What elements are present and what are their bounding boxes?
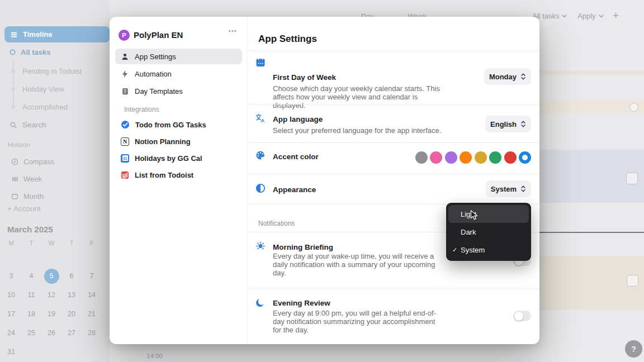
apply-dropdown[interactable]: Apply	[577, 12, 604, 20]
nav-item-automation[interactable]: Automation	[115, 66, 242, 82]
calendar-day[interactable]	[41, 344, 61, 360]
integration-item-gg-tasks[interactable]: Todo from GG Tasks	[115, 117, 242, 132]
sidebar-item-timeline[interactable]: Timeline	[4, 26, 110, 42]
calendar-day[interactable]: 27	[61, 325, 82, 341]
sidebar-item-compass[interactable]: Compass	[11, 158, 54, 166]
mini-calendar-week-row: 24 25 26 27 28	[1, 325, 102, 341]
calendar-day[interactable]: 26	[41, 325, 61, 341]
menu-item-label: Dark	[461, 228, 476, 236]
calendar-day[interactable]: 7	[82, 268, 102, 284]
setting-title-first-day: First Day of Week	[273, 73, 336, 82]
calendar-day[interactable]: 11	[21, 287, 41, 303]
setting-title-appearance: Appearance	[273, 185, 316, 194]
accent-swatch-green[interactable]	[489, 151, 501, 164]
mini-calendar-week-row: 31	[1, 344, 102, 360]
menu-item-dark[interactable]: Dark	[448, 223, 529, 241]
day-header: W	[41, 239, 61, 247]
mini-calendar-week-row: 10 11 12 13 14	[1, 287, 102, 303]
calendar-day[interactable]: 3	[1, 268, 21, 284]
divider	[248, 142, 539, 143]
calendar-day-selected[interactable]: 5	[41, 268, 61, 284]
calendar-day[interactable]	[82, 344, 102, 360]
accent-swatch-orange[interactable]	[460, 151, 472, 164]
sidebar-item-pending[interactable]: Pending in Todoist	[22, 67, 82, 75]
sidebar: Timeline All tasks Pending in Todoist Ho…	[0, 0, 110, 362]
day-header: F	[82, 239, 102, 247]
sidebar-item-label: Pending in Todoist	[22, 67, 82, 75]
integration-label: List from Todoist	[135, 171, 193, 179]
nav-item-app-settings[interactable]: App Settings	[115, 49, 242, 64]
accent-swatch-gray[interactable]	[415, 151, 428, 164]
accent-swatch-purple[interactable]	[445, 151, 457, 164]
mouse-cursor	[470, 210, 480, 221]
tree-connector	[13, 59, 14, 107]
task-checkbox[interactable]	[627, 275, 638, 287]
calendar-day[interactable]: 21	[82, 306, 102, 322]
nav-item-label: Automation	[135, 70, 172, 78]
calendar-day[interactable]: 4	[21, 268, 41, 284]
integration-label: Todo from GG Tasks	[135, 121, 206, 129]
sidebar-item-month[interactable]: Month	[11, 192, 44, 201]
nav-item-day-templates[interactable]: Day Templates	[115, 83, 242, 99]
accent-swatch-red[interactable]	[504, 151, 517, 164]
moon-icon	[255, 298, 266, 308]
calendar-day[interactable]: 24	[1, 325, 21, 341]
tree-node-dot	[11, 105, 15, 109]
calendar-day[interactable]	[61, 344, 82, 360]
settings-modal-sidebar: P PolyPlan EN ••• App Settings Automatio…	[110, 17, 248, 344]
checkmark-icon: ✓	[448, 246, 461, 254]
toggle-knob	[514, 312, 523, 321]
evening-review-toggle[interactable]	[513, 311, 531, 321]
calendar-day[interactable]: 10	[1, 287, 21, 303]
divider	[248, 289, 539, 289]
sidebar-item-search[interactable]: Search	[10, 121, 46, 129]
settings-modal-content: App Settings First Day of Week Choose wh…	[248, 17, 539, 344]
sidebar-item-week[interactable]: Week	[11, 175, 42, 183]
sidebar-item-accomplished[interactable]: Accomplished	[22, 103, 68, 111]
task-checkbox[interactable]	[626, 173, 638, 184]
calendar-day[interactable]: 20	[61, 306, 82, 322]
settings-modal: P PolyPlan EN ••• App Settings Automatio…	[110, 17, 539, 344]
menu-item-system[interactable]: ✓ System	[448, 241, 529, 259]
sunrise-icon	[255, 241, 266, 251]
first-day-select[interactable]: Monday	[484, 68, 531, 85]
more-options-icon[interactable]: •••	[229, 28, 237, 34]
select-value: Monday	[489, 73, 517, 81]
integration-item-todoist[interactable]: List from Todoist	[115, 168, 242, 182]
integration-item-gg-cal[interactable]: 31 Holidays by GG Cal	[115, 151, 242, 165]
setting-title-accent: Accent color	[273, 153, 319, 161]
calendar-day[interactable]: 18	[21, 306, 41, 322]
calendar-day[interactable]: 6	[61, 268, 82, 284]
question-icon: ?	[631, 345, 636, 354]
calendar-day[interactable]: 31	[1, 344, 21, 360]
week-columns-icon	[11, 175, 18, 183]
mini-calendar-week-row: 3 4 5 6 7	[1, 268, 102, 284]
calendar-day[interactable]: 12	[41, 287, 61, 303]
calendar-day[interactable]: 14	[82, 287, 102, 303]
calendar-day[interactable]: 13	[61, 287, 82, 303]
task-checkbox[interactable]	[629, 103, 638, 112]
sidebar-item-all-tasks[interactable]: All tasks	[10, 48, 50, 56]
add-account-button[interactable]: + Account	[7, 204, 41, 213]
sidebar-item-holiday-view[interactable]: Holiday View	[22, 85, 64, 93]
help-button[interactable]: ?	[625, 340, 642, 358]
add-account-label: + Account	[7, 204, 41, 213]
appearance-select[interactable]: System	[486, 180, 531, 197]
calendar-day[interactable]: 25	[21, 325, 41, 341]
calendar-day[interactable]	[21, 344, 41, 360]
setting-desc-language: Select your preferred language for the a…	[273, 126, 457, 135]
calendar-day[interactable]: 19	[41, 306, 61, 322]
section-label-horizon: Horizon	[8, 141, 30, 148]
menu-item-light[interactable]: Light	[448, 205, 529, 223]
add-button[interactable]: +	[613, 9, 619, 22]
accent-swatch-blue-selected[interactable]	[519, 151, 531, 164]
accent-swatch-gold[interactable]	[475, 151, 487, 164]
setting-desc-evening: Every day at 9:00 pm, you will get a hel…	[273, 309, 445, 334]
calendar-day[interactable]: 28	[82, 325, 102, 341]
calendar-day[interactable]: 17	[1, 306, 21, 322]
timeline-icon	[10, 31, 18, 39]
template-icon	[121, 87, 129, 96]
integration-item-notion[interactable]: N Notion Planning	[115, 134, 242, 149]
language-select[interactable]: English	[485, 116, 531, 132]
accent-swatch-pink[interactable]	[430, 151, 442, 164]
